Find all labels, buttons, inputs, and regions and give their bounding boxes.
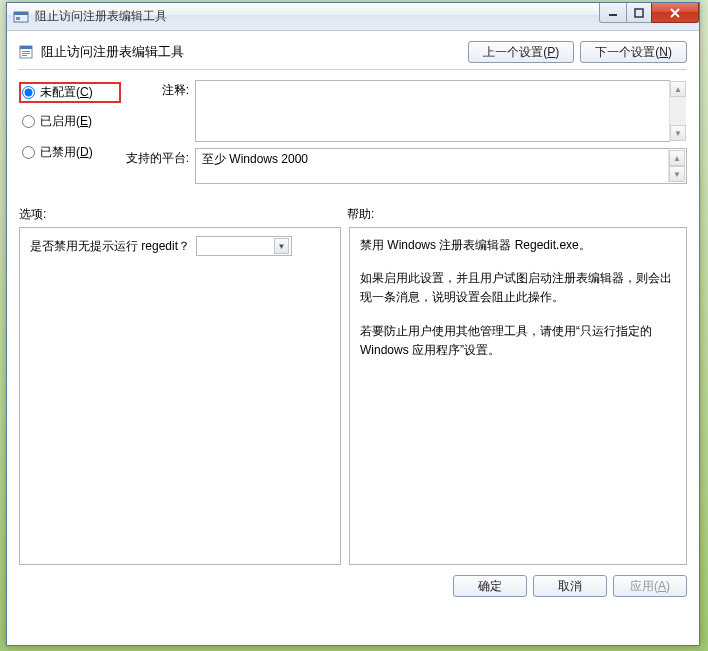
options-pane: 是否禁用无提示运行 regedit？ ▼	[19, 227, 341, 565]
option-question: 是否禁用无提示运行 regedit？	[30, 238, 190, 255]
radio-disabled-input[interactable]	[22, 146, 35, 159]
radio-not-configured[interactable]: 未配置(C)	[19, 82, 121, 103]
svg-rect-2	[16, 17, 20, 20]
radio-enabled[interactable]: 已启用(E)	[19, 111, 121, 132]
policy-editor-window: 阻止访问注册表编辑工具	[6, 2, 700, 646]
svg-rect-9	[22, 55, 27, 56]
options-section-label: 选项:	[19, 206, 347, 223]
section-labels: 选项: 帮助:	[19, 206, 687, 223]
chevron-down-icon: ▼	[274, 238, 289, 254]
svg-rect-4	[635, 9, 643, 17]
scroll-down-icon[interactable]: ▼	[670, 125, 686, 141]
ok-button[interactable]: 确定	[453, 575, 527, 597]
next-setting-button[interactable]: 下一个设置(N)	[580, 41, 687, 63]
divider	[19, 69, 687, 70]
svg-rect-3	[609, 14, 617, 16]
help-paragraph: 禁用 Windows 注册表编辑器 Regedit.exe。	[360, 236, 676, 255]
svg-rect-7	[22, 51, 30, 52]
apply-button[interactable]: 应用(A)	[613, 575, 687, 597]
scroll-down-icon[interactable]: ▼	[669, 166, 685, 182]
help-section-label: 帮助:	[347, 206, 374, 223]
previous-setting-button[interactable]: 上一个设置(P)	[468, 41, 574, 63]
policy-icon	[19, 44, 35, 60]
radio-enabled-input[interactable]	[22, 115, 35, 128]
page-title: 阻止访问注册表编辑工具	[41, 43, 184, 61]
help-paragraph: 如果启用此设置，并且用户试图启动注册表编辑器，则会出现一条消息，说明设置会阻止此…	[360, 269, 676, 307]
platform-value-box: 至少 Windows 2000 ▲ ▼	[195, 148, 687, 184]
maximize-button[interactable]	[626, 3, 652, 23]
footer-buttons: 确定 取消 应用(A)	[19, 575, 687, 597]
config-area: 未配置(C) 已启用(E) 已禁用(D) 注释: ▲	[19, 80, 687, 190]
app-icon	[13, 9, 29, 25]
comment-input[interactable]	[195, 80, 670, 142]
radio-group: 未配置(C) 已启用(E) 已禁用(D)	[19, 80, 121, 190]
radio-not-configured-label: 未配置(C)	[40, 84, 93, 101]
close-button[interactable]	[651, 3, 699, 23]
platform-scrollbar[interactable]: ▲ ▼	[668, 150, 685, 182]
svg-rect-1	[14, 12, 28, 15]
scroll-up-icon[interactable]: ▲	[670, 81, 686, 97]
minimize-button[interactable]	[599, 3, 627, 23]
radio-not-configured-input[interactable]	[22, 86, 35, 99]
comment-label: 注释:	[125, 80, 195, 142]
radio-enabled-label: 已启用(E)	[40, 113, 92, 130]
panes: 是否禁用无提示运行 regedit？ ▼ 禁用 Windows 注册表编辑器 R…	[19, 227, 687, 565]
radio-disabled[interactable]: 已禁用(D)	[19, 142, 121, 163]
help-pane: 禁用 Windows 注册表编辑器 Regedit.exe。 如果启用此设置，并…	[349, 227, 687, 565]
meta-column: 注释: ▲ ▼ 支持的平台: 至少 Windows 2000 ▲	[125, 80, 687, 190]
svg-rect-6	[20, 46, 32, 49]
titlebar[interactable]: 阻止访问注册表编辑工具	[7, 3, 699, 31]
window-controls	[600, 3, 699, 23]
scroll-up-icon[interactable]: ▲	[669, 150, 685, 166]
svg-rect-8	[22, 53, 30, 54]
window-title: 阻止访问注册表编辑工具	[35, 8, 167, 25]
help-paragraph: 若要防止用户使用其他管理工具，请使用“只运行指定的 Windows 应用程序”设…	[360, 322, 676, 360]
platform-value: 至少 Windows 2000	[202, 151, 308, 168]
platform-label: 支持的平台:	[125, 148, 195, 184]
cancel-button[interactable]: 取消	[533, 575, 607, 597]
comment-scrollbar[interactable]: ▲ ▼	[669, 81, 686, 141]
radio-disabled-label: 已禁用(D)	[40, 144, 93, 161]
option-combobox[interactable]: ▼	[196, 236, 292, 256]
content-area: 阻止访问注册表编辑工具 上一个设置(P) 下一个设置(N) 未配置(C)	[7, 31, 699, 609]
header-row: 阻止访问注册表编辑工具 上一个设置(P) 下一个设置(N)	[19, 41, 687, 63]
